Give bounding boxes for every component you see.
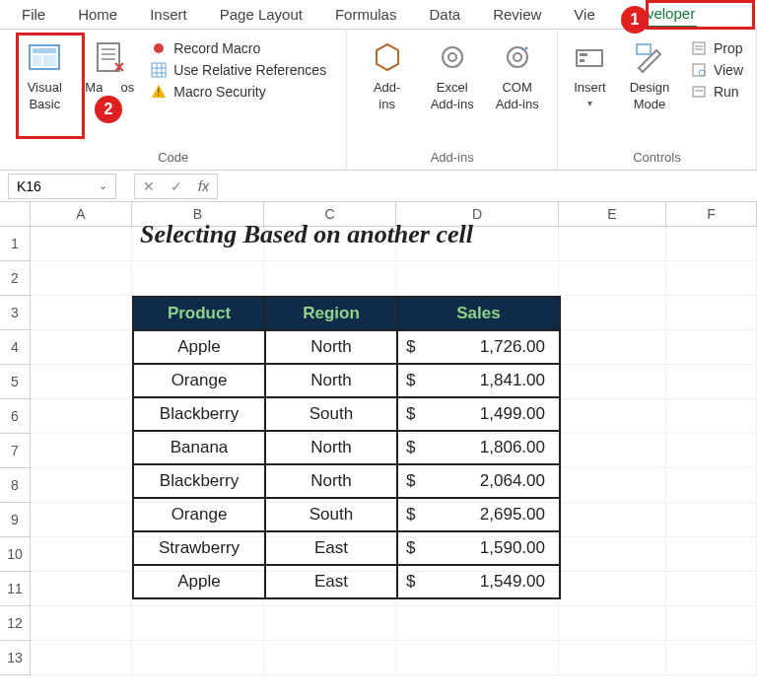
design-mode-button[interactable]: Design Mode [617,35,682,118]
row-header[interactable]: 6 [0,399,31,434]
cell-region[interactable]: North [265,431,397,464]
cell-region[interactable]: South [265,397,397,431]
cell[interactable] [666,227,757,261]
cell[interactable] [31,537,132,572]
cell-product[interactable]: Banana [133,431,265,464]
row-header[interactable]: 3 [0,296,31,330]
cell[interactable] [396,641,559,675]
select-all-corner[interactable] [0,202,31,226]
properties-button[interactable]: Prop [690,39,743,57]
cell[interactable] [666,365,757,399]
cell[interactable] [264,606,396,641]
cell[interactable] [396,261,559,296]
cell[interactable] [264,261,396,296]
tab-page-layout[interactable]: Page Layout [218,2,305,27]
tab-file[interactable]: File [20,2,47,27]
cell[interactable] [666,606,757,641]
name-box[interactable]: K16 ⌄ [8,174,116,199]
cell-sales[interactable]: $1,806.00 [397,431,560,464]
cell-product[interactable]: Blackberry [133,397,265,431]
cell[interactable] [31,468,132,503]
cell[interactable] [31,399,132,434]
run-dialog-button[interactable]: Run [690,83,743,101]
cell[interactable] [31,261,132,296]
cell[interactable] [559,261,666,296]
cell[interactable] [264,641,396,675]
chevron-down-icon[interactable]: ⌄ [99,179,107,192]
cell-sales[interactable]: $1,726.00 [397,330,560,364]
tab-formulas[interactable]: Formulas [333,2,399,27]
cell-sales[interactable]: $1,841.00 [397,364,560,397]
cell[interactable] [31,503,132,537]
tab-review[interactable]: Review [491,2,543,27]
cell[interactable] [666,296,757,330]
cell[interactable] [559,365,666,399]
cell[interactable] [666,468,757,503]
cell[interactable] [396,606,559,641]
cell-product[interactable]: Blackberry [133,464,265,498]
cell[interactable] [666,572,757,606]
cell[interactable] [31,641,132,675]
cell[interactable] [132,641,264,675]
cell[interactable] [31,365,132,399]
cell[interactable] [559,606,666,641]
cell[interactable] [666,503,757,537]
row-header[interactable]: 2 [0,261,31,296]
cell-sales[interactable]: $1,590.00 [397,531,560,565]
cell-region[interactable]: South [265,498,397,531]
tab-insert[interactable]: Insert [148,2,189,27]
row-header[interactable]: 11 [0,572,31,606]
tab-data[interactable]: Data [427,2,462,27]
relative-refs-button[interactable]: Use Relative References [150,61,326,79]
cell[interactable] [31,330,132,365]
cell-product[interactable]: Apple [133,330,265,364]
cell[interactable] [559,434,666,468]
col-header[interactable]: F [666,202,757,226]
cell[interactable] [31,606,132,641]
cell[interactable] [666,330,757,365]
excel-addins-button[interactable]: Excel Add-ins [420,35,485,118]
cell-sales[interactable]: $2,064.00 [397,464,560,498]
row-header[interactable]: 8 [0,468,31,503]
cell[interactable] [666,399,757,434]
cell[interactable] [666,434,757,468]
tab-view[interactable]: Vie [572,2,596,27]
addins-button[interactable]: Add- ins [355,35,420,118]
tab-home[interactable]: Home [76,2,119,27]
row-header[interactable]: 9 [0,503,31,537]
cell-region[interactable]: North [265,364,397,397]
cell[interactable] [559,537,666,572]
com-addins-button[interactable]: COM Add-ins [485,35,550,118]
cell[interactable] [31,296,132,330]
cell[interactable] [559,572,666,606]
row-header[interactable]: 13 [0,641,31,675]
visual-basic-button[interactable]: Visual Basic [12,35,77,118]
cell[interactable] [666,261,757,296]
row-header[interactable]: 7 [0,434,31,468]
cell-product[interactable]: Orange [133,364,265,397]
fx-icon[interactable]: fx [190,178,217,194]
macro-security-button[interactable]: ! Macro Security [150,83,326,101]
cell[interactable] [31,572,132,606]
cell[interactable] [559,503,666,537]
view-code-button[interactable]: View [690,61,743,79]
row-header[interactable]: 1 [0,227,31,261]
confirm-icon[interactable]: ✓ [163,178,190,194]
cell[interactable] [559,399,666,434]
cell[interactable] [559,641,666,675]
cell[interactable] [559,330,666,365]
cell-region[interactable]: East [265,531,397,565]
cell-sales[interactable]: $2,695.00 [397,498,560,531]
cell[interactable] [132,261,264,296]
cell-sales[interactable]: $1,499.00 [397,397,560,431]
row-header[interactable]: 10 [0,537,31,572]
row-header[interactable]: 12 [0,606,31,641]
record-macro-button[interactable]: Record Macro [150,39,326,57]
cell[interactable] [559,468,666,503]
cell-region[interactable]: North [265,330,397,364]
row-header[interactable]: 5 [0,365,31,399]
cell-product[interactable]: Strawberry [133,531,265,565]
cell-product[interactable]: Orange [133,498,265,531]
cell[interactable] [666,641,757,675]
cell-sales[interactable]: $1,549.00 [397,565,560,598]
